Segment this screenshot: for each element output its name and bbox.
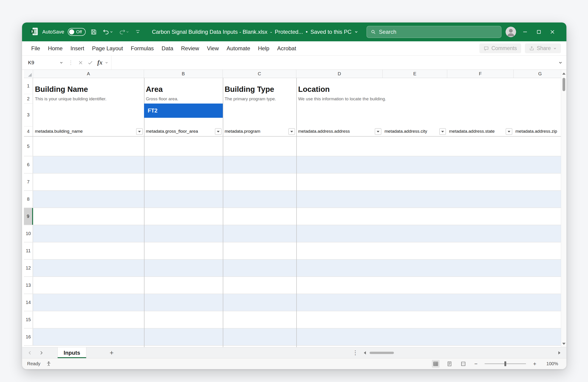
- confirm-entry-button[interactable]: [85, 58, 95, 67]
- row-12-cells[interactable]: [33, 260, 567, 276]
- accessibility-icon[interactable]: [46, 361, 51, 367]
- row-header-14[interactable]: 14: [24, 294, 33, 311]
- insert-function-button[interactable]: fx: [95, 58, 105, 67]
- undo-button[interactable]: [102, 28, 114, 36]
- row-6-cells[interactable]: [33, 156, 567, 173]
- next-sheet-icon[interactable]: [39, 350, 44, 355]
- field-address[interactable]: metadata.address.address: [298, 129, 350, 134]
- dropdown-city[interactable]: [439, 128, 446, 135]
- column-header-b[interactable]: B: [144, 70, 223, 78]
- user-avatar[interactable]: [505, 27, 516, 37]
- close-button[interactable]: [547, 27, 557, 37]
- row-header-3[interactable]: 3: [24, 103, 33, 126]
- column-header-e[interactable]: E: [383, 70, 447, 78]
- row-header-10[interactable]: 10: [24, 225, 33, 242]
- row-13-cells[interactable]: [33, 277, 567, 294]
- column-header-f[interactable]: F: [447, 70, 514, 78]
- page-break-view-button[interactable]: [459, 360, 467, 368]
- row-header-16[interactable]: 16: [24, 328, 33, 345]
- menu-formulas[interactable]: Formulas: [131, 45, 154, 52]
- dropdown-state[interactable]: [506, 128, 512, 135]
- menu-view[interactable]: View: [207, 45, 219, 52]
- formula-input[interactable]: [111, 56, 556, 70]
- column-header-d[interactable]: D: [296, 70, 383, 78]
- vertical-scrollbar[interactable]: [561, 70, 567, 347]
- field-zip[interactable]: metadata.address.zip: [515, 129, 557, 134]
- search-box[interactable]: [367, 26, 502, 38]
- row-header-2[interactable]: 2: [24, 94, 33, 103]
- dropdown-program[interactable]: [289, 128, 295, 135]
- row-15-cells[interactable]: [33, 311, 567, 328]
- menu-page-layout[interactable]: Page Layout: [92, 45, 123, 52]
- row-header-1[interactable]: 1: [24, 78, 33, 94]
- autosave-toggle[interactable]: Off: [68, 28, 86, 36]
- horizontal-scrollbar[interactable]: [364, 350, 560, 356]
- customize-quick-access-button[interactable]: [134, 28, 142, 36]
- row-1-cells[interactable]: Building Name Area Building Type Locatio…: [33, 78, 567, 94]
- sheet-tab-inputs[interactable]: Inputs: [57, 347, 86, 358]
- save-button[interactable]: [89, 28, 98, 36]
- comments-button[interactable]: Comments: [479, 43, 521, 53]
- scroll-left-arrow-icon[interactable]: [364, 351, 366, 354]
- add-sheet-button[interactable]: +: [107, 349, 116, 357]
- column-header-c[interactable]: C: [223, 70, 296, 78]
- menu-insert[interactable]: Insert: [70, 45, 84, 52]
- field-city[interactable]: metadata.address.city: [384, 129, 427, 134]
- scroll-right-arrow-icon[interactable]: [558, 351, 560, 354]
- zoom-in-button[interactable]: +: [532, 361, 537, 367]
- row-4-cells[interactable]: metadata.building_name metadata.gross_fl…: [33, 126, 567, 136]
- field-program[interactable]: metadata.program: [225, 129, 260, 134]
- redo-button[interactable]: [118, 28, 130, 36]
- saved-status-chevron-icon[interactable]: [354, 30, 358, 34]
- row-9-cells[interactable]: [33, 208, 567, 225]
- row-11-cells[interactable]: [33, 242, 567, 259]
- column-header-g[interactable]: G: [514, 70, 567, 78]
- menu-help[interactable]: Help: [258, 45, 269, 52]
- dropdown-building-name[interactable]: [136, 128, 143, 135]
- menu-automate[interactable]: Automate: [227, 45, 250, 52]
- vertical-scroll-thumb[interactable]: [563, 78, 565, 91]
- menu-home[interactable]: Home: [48, 45, 63, 52]
- protected-label[interactable]: Protected...: [275, 29, 303, 35]
- row-header-12[interactable]: 12: [24, 260, 33, 276]
- menu-data[interactable]: Data: [162, 45, 173, 52]
- row-header-8[interactable]: 8: [24, 191, 33, 207]
- row-header-13[interactable]: 13: [24, 277, 33, 294]
- expand-formula-bar-icon[interactable]: [558, 60, 563, 65]
- row-header-15[interactable]: 15: [24, 311, 33, 328]
- cancel-entry-button[interactable]: [76, 58, 85, 67]
- menu-review[interactable]: Review: [181, 45, 199, 52]
- previous-sheet-icon[interactable]: [28, 350, 33, 355]
- zoom-slider[interactable]: [485, 363, 526, 364]
- row-header-7[interactable]: 7: [24, 174, 33, 190]
- insert-function-chevron-icon[interactable]: [105, 61, 108, 64]
- row-header-6[interactable]: 6: [24, 156, 33, 173]
- search-input[interactable]: [379, 29, 498, 35]
- row-2-cells[interactable]: This is your unique building identifier.…: [33, 94, 567, 103]
- row-header-4[interactable]: 4: [24, 126, 33, 136]
- row-7-cells[interactable]: [33, 174, 567, 190]
- scroll-up-arrow-icon[interactable]: [562, 73, 566, 75]
- share-button[interactable]: Share: [525, 43, 561, 53]
- field-building-name[interactable]: metadata.building_name: [35, 129, 83, 134]
- scroll-down-arrow-icon[interactable]: [562, 343, 566, 345]
- maximize-button[interactable]: [534, 27, 544, 37]
- name-box[interactable]: K9: [25, 60, 66, 66]
- saved-status-label[interactable]: Saved to this PC: [310, 29, 351, 35]
- dropdown-address[interactable]: [375, 128, 381, 135]
- dropdown-gross-floor-area[interactable]: [215, 128, 221, 135]
- menu-acrobat[interactable]: Acrobat: [277, 45, 296, 52]
- area-unit-cell[interactable]: FT2: [144, 103, 223, 118]
- field-gross-floor-area[interactable]: metadata.gross_floor_area: [146, 129, 198, 134]
- normal-view-button[interactable]: [432, 360, 440, 368]
- zoom-level[interactable]: 100%: [544, 361, 558, 366]
- row-10-cells[interactable]: [33, 225, 567, 242]
- horizontal-scroll-thumb[interactable]: [370, 352, 394, 354]
- page-layout-view-button[interactable]: [446, 360, 453, 368]
- zoom-out-button[interactable]: −: [473, 361, 479, 367]
- menu-file[interactable]: File: [31, 45, 40, 52]
- field-state[interactable]: metadata.address.state: [449, 129, 495, 134]
- zoom-slider-thumb[interactable]: [504, 361, 506, 366]
- tabbar-overflow-menu-icon[interactable]: ⋮: [352, 349, 358, 356]
- row-header-9-selected[interactable]: 9: [24, 208, 33, 225]
